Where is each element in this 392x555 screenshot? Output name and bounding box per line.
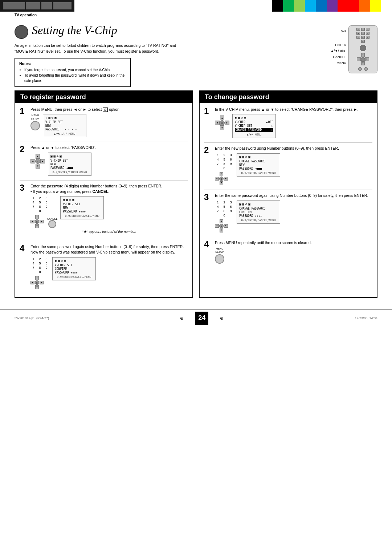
menu-setup-btn-group: MENUSETUP (30, 114, 40, 130)
step-num-3: 3 (20, 183, 28, 192)
menu-setup-btn-4 (215, 254, 224, 264)
numpad-4: 123 456 789 0 (30, 257, 49, 274)
change-screen-row-confirm-3: CONFIRM (239, 211, 278, 214)
register-step-2: 2 Press ▲ or ▼ to select "PASSWORD". ▲ ▼… (20, 145, 188, 176)
change-screen-row-changepwd-2: CHANGE PASSWORD (239, 160, 278, 163)
cancel-label: CANCEL (333, 54, 346, 60)
change-screen-nav-1: ▲/▼/ MENU (235, 133, 273, 136)
change-step-1-screen: ▣▦⊙▣ V-CHIP►OFF V-CHIP SET► CHANGE PASSW… (232, 114, 276, 138)
change-step-3-screen: ▣▦⊙▣ CHANGE PASSWORD CONFIRM PASSWORD ★★… (237, 200, 280, 224)
menu-setup-btn (30, 121, 40, 130)
screen-row-vchipset-3: V-CHIP SET (63, 203, 101, 206)
color-lightgreen (294, 0, 305, 12)
screen-icons-1: ☆▦⊙▣ (45, 116, 84, 119)
remote-side-labels: 0–9 ENTER ▲/▼/◄/► CANCEL MENU (331, 25, 346, 66)
change-step-3-desc: Enter the same password again using Numb… (215, 193, 372, 198)
step-4-controls: 123 456 789 0 ▲ ▼ ◄ ► (30, 257, 49, 289)
screen-nav-3: 0-9/ENTER/CANCEL/MENU (63, 214, 101, 218)
menu-setup-group-4: MENUSETUP (215, 247, 224, 264)
notes-item-2: To avoid forgetting the password, write … (24, 73, 126, 84)
screen-row-confirm-4: CONFIRM (55, 267, 93, 271)
top-decoration-bar: ⊕ (0, 0, 392, 12)
dpad-3: ▲ ▼ ◄ ► E (30, 215, 44, 228)
bottom-bar: 5W20101A [E] (P24-27) ⊕ 24 ⊕ 12/23/05, 1… (0, 309, 392, 327)
change-step-2-diagram: 123 456 789 0 ▲ ▼ ◄ ► (215, 153, 372, 185)
screen-nav-2: 0-9/ENTER/CANCEL/MENU (50, 171, 89, 174)
screen-row-vchipset-1: V-CHIP SET (45, 121, 84, 124)
register-column: To register password 1 Press MENU, then … (15, 90, 193, 298)
screen-row-new-3: NEW (63, 206, 101, 210)
notes-list: If you forget the password, you cannot s… (19, 67, 126, 84)
color-blue (316, 0, 327, 12)
change-step-3-controls: 123 456 789 0 ▲ ▼ ◄ ► (215, 200, 234, 232)
change-step-4-diagram: MENUSETUP (215, 247, 372, 264)
change-step-1-diagram: ▲ ▼ ◄ ► E ▣▦⊙▣ V-CH (215, 114, 372, 138)
step-1-desc: Press MENU, then press ◄ or ► to select … (30, 107, 188, 112)
remote-body: 123 456 789 0 (348, 25, 377, 73)
change-step-num-4: 4 (204, 240, 212, 249)
gray-rect-1 (3, 2, 25, 9)
top-black-section (0, 0, 74, 12)
change-screen-icons-2: ▣▦⊙▣ (239, 155, 278, 159)
crosshair-symbol: ⊕ (79, 0, 83, 12)
notes-item-1: If you forget the password, you cannot s… (24, 67, 126, 73)
screen-nav-1: ▲/▼/◄/►/ MENU (45, 132, 84, 135)
menu-setup-label-4: MENUSETUP (215, 247, 224, 254)
two-col-layout: To register password 1 Press MENU, then … (15, 90, 377, 298)
menu-label: MENU (337, 60, 347, 66)
change-step-4-desc: Press MENU repeatedly until the menu scr… (215, 240, 372, 246)
tv-operation-label: TV operation (15, 13, 377, 17)
step-3-content: Enter the password (4 digits) using Numb… (30, 183, 188, 236)
step-3-controls: 123 456 789 0 ▲ ▼ (30, 196, 57, 228)
screen-row-pwd-4: PASSWORD ★★★★ (55, 271, 93, 274)
change-step-2: 2 Enter the new password using Number bu… (204, 146, 372, 185)
step-num-4: 4 (20, 244, 28, 253)
change-step-1-desc: In the V-CHIP menu, press ▲ or ▼ to sele… (215, 107, 372, 112)
footer-center-group: ⊕ 24 ⊕ (176, 312, 228, 325)
page-title: Setting the V-Chip (32, 24, 117, 37)
change-screen-row-vchip: V-CHIP►OFF (235, 121, 273, 124)
asterisk-note: "★" appears instead of the number. (30, 230, 188, 234)
change-step-3: 3 Enter the same password again using Nu… (204, 193, 372, 232)
screen-icons-4: ▣▦⊙▣ (55, 259, 93, 263)
register-header: To register password (15, 91, 192, 103)
step-1-screen: ☆▦⊙▣ V-CHIP SET NEW PASSWORD : - - - - (43, 114, 86, 137)
color-purple (327, 0, 338, 12)
title-left: Setting the V-Chip An age limitation can… (15, 24, 312, 87)
screen-icons-2: ▣▦⊙▣ (50, 154, 89, 158)
cancel-btn-group: CANCEL (47, 218, 57, 228)
color-cyan (305, 0, 316, 12)
change-step-1: 1 In the V-CHIP menu, press ▲ or ▼ to se… (204, 107, 372, 138)
title-icon-circle (15, 25, 28, 39)
title-section: Setting the V-Chip An age limitation can… (15, 20, 377, 87)
change-screen-row-changepwd: CHANGE PASSWORD► (235, 128, 273, 132)
change-screen-icons-1: ▣▦⊙▣ (235, 116, 273, 119)
change-step-2-controls: 123 456 789 0 ▲ ▼ ◄ ► (215, 153, 234, 185)
change-screen-row-changepwd-3: CHANGE PASSWORD (239, 207, 278, 210)
step-2-desc: Press ▲ or ▼ to select "PASSWORD". (30, 145, 188, 150)
screen-row-pwd-2: PASSWORD ◄■■■ (50, 166, 89, 170)
main-content: Setting the V-Chip An age limitation can… (0, 20, 392, 305)
change-step-num-2: 2 (204, 146, 212, 154)
remote-diagram: 0–9 ENTER ▲/▼/◄/► CANCEL MENU 123 456 (319, 25, 377, 73)
change-step-num-3: 3 (204, 193, 212, 202)
change-screen-row-pwd-2: PASSWORD ◄■■■ (239, 167, 278, 170)
numpad-c3: 123 456 789 0 (215, 200, 234, 217)
change-header: To change password (200, 91, 377, 103)
step-2-content: Press ▲ or ▼ to select "PASSWORD". ▲ ▼ ◄… (30, 145, 188, 176)
page-header: TV operation (0, 12, 392, 17)
step-3-screen: ▣▦⊙▣ V-CHIP SET NEW PASSWORD ★★★★ (60, 196, 104, 219)
screen-nav-4: 0-9/ENTER/CANCEL/MENU (55, 275, 93, 279)
change-step-4: 4 Press MENU repeatedly until the menu s… (204, 240, 372, 264)
intro-text: An age limitation can be set to forbid c… (15, 43, 189, 54)
screen-row-pwd-3: PASSWORD ★★★★ (63, 210, 101, 213)
change-column: To change password 1 In the V-CHIP menu,… (199, 90, 377, 298)
footer-left: 5W20101A [E] (P24-27) (15, 316, 49, 320)
dpad-2: ▲ ▼ ◄ ► E (30, 154, 45, 169)
footer-crosshair: ⊕ (180, 316, 184, 321)
step-num-2: 2 (20, 145, 28, 154)
numpad-3: 123 456 789 0 (30, 196, 49, 213)
screen-row-new-2: NEW (50, 163, 89, 166)
footer-crosshair-2: ⊕ (220, 316, 224, 321)
screen-row-vchipset-4: V-CHIP SET (55, 264, 93, 267)
